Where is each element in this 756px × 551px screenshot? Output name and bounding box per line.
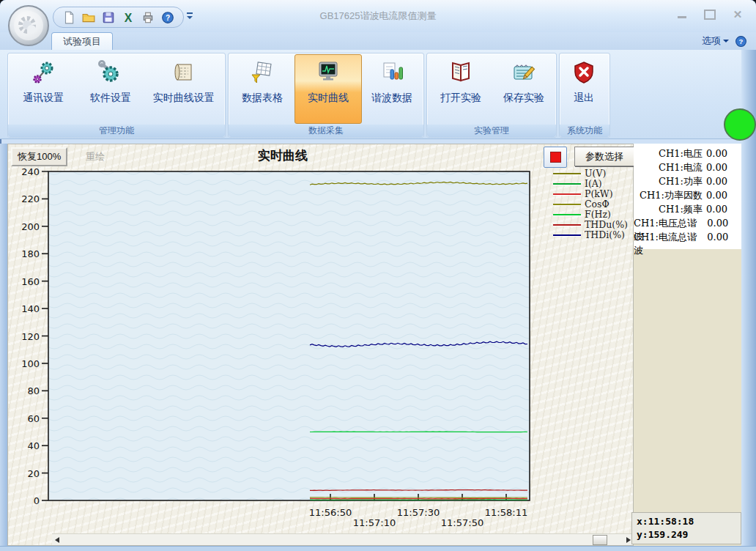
svg-text:60: 60 [27,413,40,424]
save-icon[interactable] [102,11,115,24]
legend-item: F(Hz) [553,210,628,219]
ribbon-group-management: 通讯设置 软件设置 [7,53,226,138]
chart-legend: U(V)I(A)P(kW)CosΦF(Hz)THDu(%)THDi(%) [553,169,628,240]
ribbon-group-system: 退出 系统功能 [559,53,610,138]
tab-row: 试验项目 选项 ? [0,32,756,50]
scroll-right-arrow[interactable] [626,537,631,543]
scroll-icon [171,60,196,85]
channel-value: 0.00 [707,218,731,229]
data-table-icon [250,60,275,85]
new-document-icon[interactable] [62,11,75,24]
group-caption: 系统功能 [560,125,609,137]
button-label: 实时曲线设置 [153,92,215,105]
options-button[interactable]: 选项 [702,34,729,48]
legend-line-swatch [553,183,581,185]
help-icon[interactable]: ? [161,11,174,24]
button-label: 软件设置 [90,92,131,105]
open-folder-icon[interactable] [82,11,95,24]
stop-square-icon [550,152,561,163]
button-label: 谐波数据 [371,92,412,105]
quick-access-toolbar: X ? [53,7,184,28]
open-experiment-button[interactable]: 打开实验 [429,54,493,124]
legend-label: P(kW) [585,188,613,199]
svg-text:180: 180 [21,248,40,259]
button-label: 打开实验 [440,92,481,105]
params-select-button[interactable]: 参数选择 [574,147,634,166]
legend-line-swatch [553,193,581,195]
legend-item: I(A) [553,179,628,188]
chart-svg[interactable]: 02040608010012014016018020022024011:56:5… [8,144,633,545]
save-experiment-button[interactable]: 保存实验 [493,54,555,124]
print-icon[interactable] [141,11,155,24]
cursor-x-value: x:11:58:18 [637,515,736,528]
svg-text:200: 200 [21,221,40,232]
channel-value: 0.00 [706,176,731,187]
channel-readouts: CH1:电压0.00CH1:电流0.00CH1:功率0.00CH1:功率因数0.… [634,144,741,249]
comm-settings-icon [31,60,56,85]
help-icon[interactable]: ? [735,35,747,48]
data-table-button[interactable]: 数据表格 [230,54,294,124]
options-label: 选项 [702,34,721,48]
channel-label: CH1:功率 [659,175,703,188]
frame-left [0,144,7,546]
restore-zoom-button[interactable]: 恢复100% [11,147,67,166]
legend-label: U(V) [585,168,606,179]
legend-label: CosΦ [585,199,609,210]
channel-value: 0.00 [706,204,731,215]
oscilloscope-icon [316,60,341,85]
software-settings-button[interactable]: 软件设置 [78,54,144,124]
redraw-button[interactable]: 重绘 [86,150,105,163]
legend-line-swatch [553,173,581,174]
right-panel: CH1:电压0.00CH1:电流0.00CH1:功率0.00CH1:功率因数0.… [634,144,741,546]
curve-settings-button[interactable]: 实时曲线设置 [144,54,224,124]
legend-item: P(kW) [553,189,628,199]
channel-value: 0.00 [707,232,731,243]
realtime-curve-button[interactable]: 实时曲线 [294,54,362,124]
channel-label: CH1:电压 [659,147,703,160]
maximize-button[interactable] [702,9,718,20]
qat-customize-button[interactable] [185,10,195,22]
comm-settings-button[interactable]: 通讯设置 [10,54,78,124]
cursor-status-box: x:11:58:18 y:159.249 [631,512,741,544]
stop-button[interactable] [544,147,567,168]
export-excel-icon[interactable]: X [122,11,135,24]
legend-label: THDi(%) [585,229,625,240]
application-orb-button[interactable] [7,4,50,47]
channel-label: CH1:电流总谐波 [634,231,703,257]
frame-bottom [0,546,756,551]
tab-test-project[interactable]: 试验项目 [51,32,113,51]
legend-item: THDi(%) [553,230,628,240]
svg-text:20: 20 [27,468,40,479]
svg-text:11:56:50: 11:56:50 [309,507,352,518]
legend-label: THDu(%) [585,219,628,230]
scroll-left-arrow[interactable] [55,537,59,543]
group-caption: 数据采集 [229,125,423,137]
app-window: X ? GB17625谐波电流限值测量 ✕ [0,0,756,551]
legend-label: I(A) [585,178,602,189]
channel-value: 0.00 [706,162,731,173]
button-label: 保存实验 [503,92,544,105]
legend-item: CosΦ [553,199,628,209]
ribbon-group-acquisition: 数据表格 实时曲线 [228,53,424,138]
svg-text:40: 40 [27,440,40,451]
svg-text:220: 220 [21,193,40,204]
status-indicator-light [724,108,756,141]
svg-text:11:57:30: 11:57:30 [397,507,440,518]
channel-row: CH1:功率因数0.00 [634,189,741,203]
svg-text:160: 160 [21,276,40,287]
channel-label: CH1:频率 [659,203,703,216]
exit-button[interactable]: 退出 [561,54,607,124]
button-label: 实时曲线 [308,92,349,105]
minimize-button[interactable] [674,9,690,20]
titlebar: X ? GB17625谐波电流限值测量 ✕ [0,0,756,32]
channel-row: CH1:电流总谐波0.00 [634,231,741,245]
window-controls: ✕ [674,9,746,20]
scroll-thumb[interactable] [593,535,607,545]
chevron-down-icon [723,40,729,42]
button-label: 退出 [574,92,594,105]
harmonic-data-button[interactable]: 谐波数据 [362,54,422,124]
horizontal-scrollbar[interactable] [52,533,633,545]
svg-text:140: 140 [21,303,40,314]
close-button[interactable]: ✕ [730,9,746,20]
notebook-pencil-icon [511,60,536,85]
